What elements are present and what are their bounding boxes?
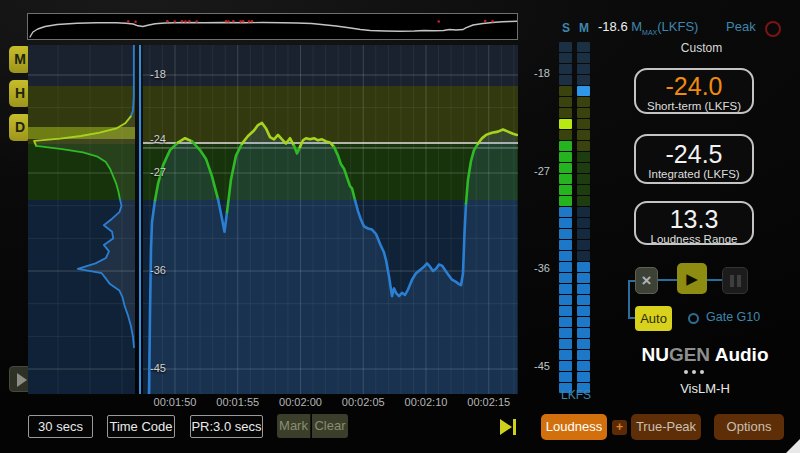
nugen-logo: NUGEN Audio	[625, 344, 785, 366]
integrated-value: -24.5	[636, 141, 752, 167]
meter-segment-s	[559, 218, 572, 228]
auto-button[interactable]: Auto	[635, 306, 672, 331]
meter-segment-s	[559, 42, 572, 52]
loudness-view-button[interactable]: Loudness	[541, 414, 607, 440]
window-length-select[interactable]: 30 secs	[28, 415, 93, 438]
meter-segment-s	[559, 339, 572, 349]
play-icon	[17, 373, 27, 387]
preset-name[interactable]: Custom	[634, 41, 769, 55]
meter-segment-m	[577, 207, 590, 217]
integrated-label: Integrated (LKFS)	[636, 168, 752, 180]
peak-label: Peak	[726, 19, 756, 34]
true-peak-over-dot	[181, 20, 184, 23]
meter-segment-s	[559, 240, 572, 250]
graph-scale-label: -45	[150, 362, 166, 374]
pause-button[interactable]	[722, 267, 748, 294]
time-tick-label: 00:02:00	[270, 396, 332, 408]
true-peak-view-button[interactable]: True-Peak	[631, 414, 701, 440]
skip-to-end-button[interactable]	[500, 419, 516, 435]
playhead-cursor[interactable]	[139, 45, 141, 394]
clear-button[interactable]: Clear	[312, 414, 348, 438]
mmax-m: M	[631, 19, 642, 34]
mmax-value: -18.6	[598, 19, 628, 34]
meter-segment-m	[577, 317, 590, 327]
meter-segment-m	[577, 97, 590, 107]
short-term-label: Short-term (LKFS)	[636, 100, 752, 112]
mark-button[interactable]: Mark	[277, 414, 311, 438]
meter-segment-s	[559, 97, 572, 107]
gate-radio[interactable]	[688, 313, 699, 324]
meter-segment-s	[559, 229, 572, 239]
mmax-readout: -18.6 MMAX(LKFS)	[598, 19, 698, 36]
logo-dots	[684, 370, 706, 374]
reset-button[interactable]: ×	[635, 267, 658, 294]
meter-segment-m	[577, 251, 590, 261]
timecode-mode-select[interactable]: Time Code	[107, 415, 175, 438]
options-button[interactable]: Options	[714, 414, 784, 440]
graph-scale-label: -27	[150, 166, 166, 178]
true-peak-over-dot	[484, 20, 487, 23]
loudness-history-graph[interactable]: -18-24-27-36-45	[143, 45, 518, 394]
meter-segment-s	[559, 273, 572, 283]
true-peak-over-dot	[225, 20, 228, 23]
play-button[interactable]: ▶	[677, 263, 707, 294]
meter-segment-m	[577, 75, 590, 85]
meter-segment-s	[559, 196, 572, 206]
transport-connector	[658, 279, 677, 281]
meter-segment-m	[577, 108, 590, 118]
meter-segment-m	[577, 273, 590, 283]
true-peak-over-dot	[127, 20, 130, 23]
transport-connector	[707, 279, 722, 281]
meter-segment-s	[559, 295, 572, 305]
loudness-range-value: 13.3	[636, 206, 752, 232]
meter-segment-s	[559, 64, 572, 74]
meter-col-header-m: M	[577, 21, 591, 35]
distribution-panel	[28, 45, 135, 394]
skip-icon	[513, 419, 516, 435]
meter-segment-m	[577, 174, 590, 184]
meter-segment-m	[577, 185, 590, 195]
meter-segment-s	[559, 152, 572, 162]
graph-scale-label: -18	[150, 68, 166, 80]
meter-segment-s	[559, 328, 572, 338]
skip-icon	[500, 419, 512, 435]
pr-window-select[interactable]: PR:3.0 secs	[190, 415, 263, 438]
true-peak-over-dot	[166, 20, 169, 23]
meter-segment-m	[577, 163, 590, 173]
meter-segment-m	[577, 64, 590, 74]
peak-indicator-ring[interactable]	[765, 21, 781, 37]
true-peak-over-dot	[195, 20, 198, 23]
meter-segment-m	[577, 152, 590, 162]
pause-icon	[737, 275, 741, 287]
true-peak-over-dot	[188, 20, 191, 23]
meter-segment-s	[559, 350, 572, 360]
meter-segment-s	[559, 372, 572, 382]
add-view-button[interactable]: +	[612, 420, 627, 435]
meter-segment-s	[559, 141, 572, 151]
meter-scale-label: -36	[516, 262, 550, 274]
meter-segment-s	[559, 53, 572, 63]
meter-segment-s	[559, 306, 572, 316]
meter-scale-label: -45	[516, 360, 550, 372]
loudness-overview-strip[interactable]	[27, 13, 518, 40]
meter-unit-label: LKFS	[546, 388, 606, 402]
vislm-window: M H D -18-24-27-36-45 00:01:5000:01:5500…	[0, 0, 800, 453]
meter-segment-m	[577, 284, 590, 294]
product-name: VisLM-H	[665, 381, 745, 396]
meter-segment-s	[559, 108, 572, 118]
meter-segment-m	[577, 361, 590, 371]
overview-line-chart	[28, 14, 517, 39]
meter-scale-label: -18	[516, 67, 550, 79]
loudness-range-label: Loudness Range	[636, 233, 752, 245]
short-term-value: -24.0	[636, 73, 752, 99]
meter-segment-m	[577, 42, 590, 52]
meter-segment-s	[559, 284, 572, 294]
true-peak-over-dot	[232, 20, 235, 23]
meter-segment-m	[577, 218, 590, 228]
time-tick-label: 00:01:55	[207, 396, 269, 408]
meter-segment-s	[559, 251, 572, 261]
resize-handle[interactable]	[786, 439, 800, 453]
mmax-unit: (LKFS)	[657, 19, 698, 34]
meter-col-header-s: S	[559, 21, 573, 35]
meter-segment-m	[577, 196, 590, 206]
